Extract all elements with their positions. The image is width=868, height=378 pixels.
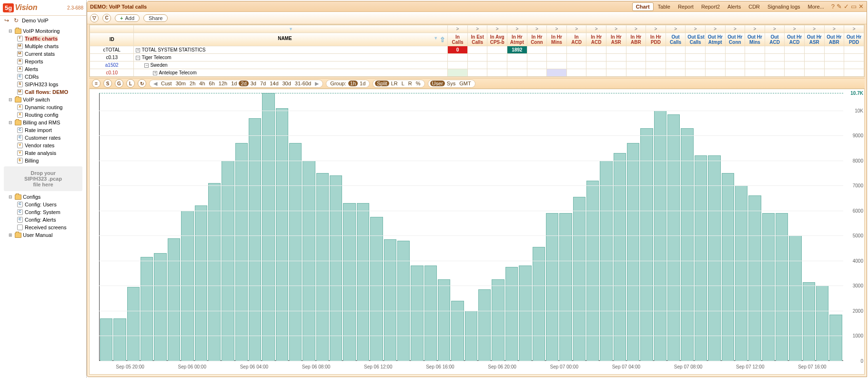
- chart-bar[interactable]: [154, 253, 166, 361]
- col-filter-8[interactable]: >: [606, 25, 626, 33]
- tree-item-rate-import[interactable]: Rate import: [1, 126, 85, 134]
- col-Out Hr-Mins[interactable]: Out HrMins: [745, 33, 765, 46]
- col-Out Est-Calls[interactable]: Out EstCalls: [686, 33, 706, 46]
- col-In Hr-Mins[interactable]: In HrMins: [547, 33, 567, 46]
- tree-item-config-alerts[interactable]: Config: Alerts: [1, 216, 85, 224]
- next-icon[interactable]: ▶: [313, 81, 321, 87]
- tree-item-dynamic-routing[interactable]: Dynamic routing: [1, 103, 85, 111]
- tree-item-received-screens[interactable]: Received screens: [1, 224, 85, 231]
- tab-chart[interactable]: Chart: [632, 2, 654, 11]
- chart-bar[interactable]: [708, 155, 720, 361]
- chart-bar[interactable]: [208, 183, 221, 361]
- pencil-icon[interactable]: ✎: [837, 3, 842, 10]
- chart-btn-L[interactable]: L: [126, 79, 135, 88]
- range-2h[interactable]: 2h: [188, 81, 197, 86]
- chart-bar[interactable]: [168, 238, 180, 361]
- col-In Hr-ABR[interactable]: In HrABR: [626, 33, 646, 46]
- tree-item-sip-h323-logs[interactable]: SIP/H323 logs: [1, 81, 85, 88]
- chevron-down-icon[interactable]: ▼: [289, 27, 293, 31]
- col-In-ACD[interactable]: InACD: [566, 33, 586, 46]
- check-icon[interactable]: ✓: [844, 3, 849, 10]
- col-filter-4[interactable]: >: [527, 25, 547, 33]
- share-button[interactable]: Share: [143, 14, 168, 22]
- chart-bar[interactable]: [681, 128, 693, 361]
- chart-bar[interactable]: [397, 241, 410, 361]
- chart-btn-S[interactable]: S: [103, 79, 112, 88]
- chart-bar[interactable]: [411, 266, 423, 361]
- tab-more-[interactable]: More...: [805, 3, 828, 10]
- col-Out-ACD[interactable]: OutACD: [765, 33, 785, 46]
- col-In Avg-CPS-b[interactable]: In AvgCPS-b: [487, 33, 507, 46]
- col-Out Hr-Conn[interactable]: Out HrConn: [725, 33, 745, 46]
- col-filter-10[interactable]: >: [646, 25, 666, 33]
- logout-icon[interactable]: ↪: [3, 17, 10, 24]
- chart-bar[interactable]: [141, 257, 153, 361]
- chart-bar[interactable]: [438, 279, 450, 361]
- range-7d[interactable]: 7d: [258, 81, 268, 86]
- chart-bar[interactable]: [113, 318, 126, 361]
- col-filter-17[interactable]: >: [785, 25, 805, 33]
- chevron-down-icon[interactable]: ▼: [434, 36, 438, 41]
- chart-bar[interactable]: [451, 301, 464, 361]
- col-Out Hr-Atmpt[interactable]: Out HrAtmpt: [705, 33, 725, 46]
- range-2d[interactable]: 2d: [239, 81, 248, 86]
- col-Out Hr-PDD[interactable]: Out HrPDD: [844, 33, 864, 46]
- tree-item-config-system[interactable]: Config: System: [1, 208, 85, 216]
- tree-item-current-stats[interactable]: Current stats: [1, 50, 85, 58]
- tab-cdr[interactable]: CDR: [745, 3, 763, 10]
- chart-bar[interactable]: [357, 203, 369, 361]
- chart-bar[interactable]: [519, 266, 531, 361]
- col-In Hr-PDD[interactable]: In HrPDD: [646, 33, 666, 46]
- tree-toggle-icon[interactable]: ⊟: [8, 194, 13, 199]
- table-row[interactable]: c0.13−Tiger Telecom: [90, 54, 864, 61]
- chart-bar[interactable]: [262, 93, 274, 361]
- col-In Hr-ASR[interactable]: In HrASR: [606, 33, 626, 46]
- range-cust[interactable]: Cust: [159, 81, 174, 86]
- filter-icon[interactable]: ▽: [90, 14, 99, 22]
- range-30m[interactable]: 30m: [174, 81, 188, 86]
- split-R[interactable]: R: [406, 81, 414, 86]
- col-filter-9[interactable]: >: [626, 25, 646, 33]
- col-filter-12[interactable]: >: [686, 25, 706, 33]
- tree-folder-billing-and-rms[interactable]: ⊟Billing and RMS: [1, 119, 85, 126]
- table-row[interactable]: a1502−Sweden: [90, 61, 864, 69]
- chart-bar[interactable]: [316, 173, 329, 361]
- row-expander-icon[interactable]: −: [136, 56, 140, 60]
- col-filter-5[interactable]: >: [547, 25, 567, 33]
- chart-bar[interactable]: [478, 289, 491, 361]
- col-In Hr-Atmpt[interactable]: In HrAtmpt: [507, 33, 527, 46]
- tree-toggle-icon[interactable]: ⊟: [8, 29, 13, 33]
- chart-btn-G[interactable]: G: [115, 79, 123, 88]
- group-1d[interactable]: 1d: [358, 81, 367, 86]
- chart-bar[interactable]: [533, 247, 545, 361]
- col-filter-20[interactable]: >: [844, 25, 864, 33]
- tree-toggle-icon[interactable]: ⊟: [8, 120, 13, 125]
- tree-folder-voip-switch[interactable]: ⊟VoIP switch: [1, 96, 85, 103]
- chart-bar[interactable]: [289, 143, 302, 361]
- chart-bar[interactable]: [695, 155, 707, 361]
- tab-report2[interactable]: Report2: [698, 3, 723, 10]
- range-31-60d[interactable]: 31-60d: [293, 81, 313, 86]
- range-3d[interactable]: 3d: [249, 81, 258, 86]
- chart-bar[interactable]: [100, 318, 112, 361]
- group-1h[interactable]: 1h: [348, 81, 358, 86]
- col-filter-7[interactable]: >: [586, 25, 606, 33]
- add-button[interactable]: +Add: [115, 14, 140, 22]
- row-expander-icon[interactable]: −: [144, 63, 149, 68]
- split-L[interactable]: L: [400, 81, 406, 86]
- range-4h[interactable]: 4h: [197, 81, 207, 86]
- tree-folder-configs[interactable]: ⊟Configs: [1, 193, 85, 201]
- chart-bar[interactable]: [735, 185, 747, 361]
- chart-bar[interactable]: [343, 203, 355, 361]
- table-row[interactable]: c0.10+Antelope Telecom: [90, 69, 864, 77]
- col-filter-19[interactable]: >: [824, 25, 844, 33]
- col-In Hr-Conn[interactable]: In HrConn: [527, 33, 547, 46]
- chart-bar[interactable]: [370, 217, 383, 361]
- tab-report[interactable]: Report: [675, 3, 697, 10]
- chart-bar[interactable]: [722, 173, 734, 361]
- tree-item-call-flows-demo[interactable]: Call flows: DEMO: [1, 88, 85, 96]
- close-icon[interactable]: ✕: [858, 3, 864, 10]
- chart-bar[interactable]: [235, 143, 248, 361]
- tree-item-billing[interactable]: Billing: [1, 157, 85, 164]
- range-12h[interactable]: 12h: [217, 81, 229, 86]
